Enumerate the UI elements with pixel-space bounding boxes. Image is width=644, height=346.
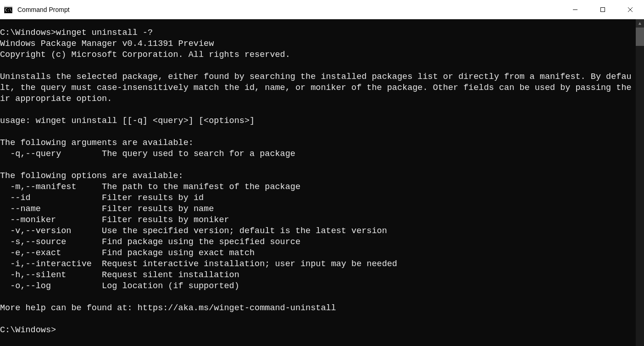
chevron-up-icon: ▲: [638, 21, 642, 26]
svg-rect-4: [601, 7, 605, 11]
terminal-area: C:\Windows>winget uninstall -? Windows P…: [0, 19, 644, 346]
terminal-output[interactable]: C:\Windows>winget uninstall -? Windows P…: [0, 19, 636, 346]
cmd-icon: C:\: [4, 5, 13, 14]
svg-rect-1: [4, 6, 12, 7]
vertical-scrollbar[interactable]: ▲: [636, 19, 644, 346]
window-title: Command Prompt: [17, 6, 561, 13]
scroll-up-button[interactable]: ▲: [636, 19, 644, 28]
maximize-button[interactable]: [589, 0, 616, 19]
minimize-button[interactable]: [561, 0, 589, 19]
svg-text:C:\: C:\: [5, 8, 12, 12]
close-button[interactable]: [616, 0, 644, 19]
window-controls: [561, 0, 644, 19]
titlebar: C:\ Command Prompt: [0, 0, 644, 19]
scroll-thumb[interactable]: [636, 28, 644, 46]
